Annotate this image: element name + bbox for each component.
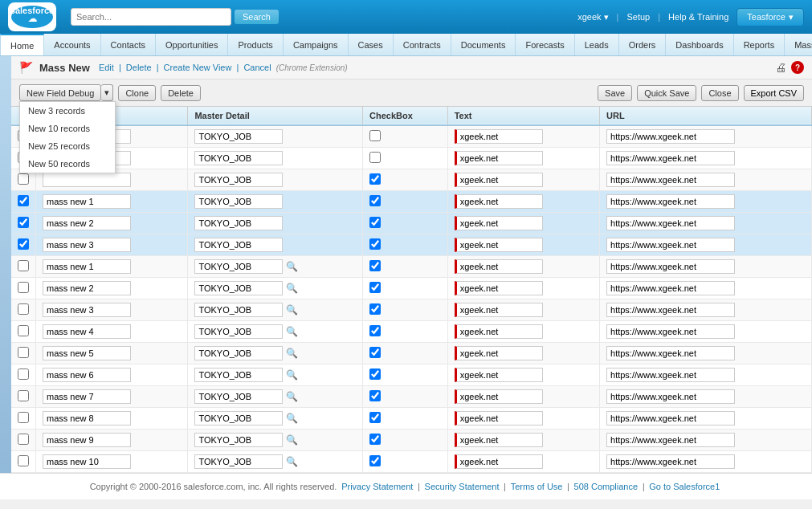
name-input[interactable] <box>43 259 131 274</box>
lookup-icon[interactable]: 🔍 <box>286 348 298 359</box>
lookup-icon[interactable]: 🔍 <box>286 456 298 467</box>
print-icon[interactable]: 🖨 <box>775 61 786 74</box>
name-input[interactable] <box>43 216 131 230</box>
field-checkbox[interactable] <box>369 260 381 271</box>
field-checkbox[interactable] <box>369 238 381 250</box>
field-checkbox[interactable] <box>369 325 381 336</box>
help-circle-icon[interactable]: ? <box>791 61 804 74</box>
nav-leads[interactable]: Leads <box>575 34 619 55</box>
text-input[interactable] <box>455 173 543 187</box>
nav-contracts[interactable]: Contracts <box>394 34 451 55</box>
help-link[interactable]: Help & Training <box>668 12 728 22</box>
row-select-checkbox[interactable] <box>18 390 29 401</box>
text-input[interactable] <box>455 324 543 339</box>
name-input[interactable] <box>43 281 131 295</box>
url-input[interactable] <box>606 238 735 252</box>
text-input[interactable] <box>455 433 543 447</box>
text-input[interactable] <box>455 411 543 426</box>
row-select-checkbox[interactable] <box>18 303 29 315</box>
url-input[interactable] <box>606 324 735 339</box>
quick-save-button[interactable]: Quick Save <box>637 85 696 101</box>
url-input[interactable] <box>606 194 735 209</box>
row-select-checkbox[interactable] <box>18 434 29 445</box>
search-input[interactable] <box>71 8 231 26</box>
lookup-icon[interactable]: 🔍 <box>286 326 298 337</box>
nav-documents[interactable]: Documents <box>451 34 516 55</box>
url-input[interactable] <box>606 346 735 360</box>
footer-salesforce1[interactable]: Go to Salesforce1 <box>649 482 720 491</box>
master-detail-input[interactable] <box>194 368 283 382</box>
nav-reports[interactable]: Reports <box>734 34 785 55</box>
text-input[interactable] <box>455 216 543 230</box>
lookup-icon[interactable]: 🔍 <box>286 261 298 272</box>
nav-home[interactable]: Home <box>0 34 44 55</box>
master-detail-input[interactable] <box>194 389 283 404</box>
field-checkbox[interactable] <box>369 369 381 380</box>
export-csv-button[interactable]: Export CSV <box>744 85 804 101</box>
row-select-checkbox[interactable] <box>18 238 29 250</box>
lookup-icon[interactable]: 🔍 <box>286 413 298 424</box>
footer-508[interactable]: 508 Compliance <box>574 482 639 491</box>
nav-campaigns[interactable]: Campaigns <box>284 34 349 55</box>
field-checkbox[interactable] <box>369 303 381 315</box>
text-input[interactable] <box>455 259 543 274</box>
nav-products[interactable]: Products <box>228 34 283 55</box>
text-input[interactable] <box>455 454 543 469</box>
footer-security[interactable]: Security Statement <box>425 482 500 491</box>
url-input[interactable] <box>606 281 735 295</box>
nav-accounts[interactable]: Accounts <box>44 34 100 55</box>
search-button[interactable]: Search <box>235 10 279 24</box>
close-button[interactable]: Close <box>701 85 738 101</box>
name-input[interactable] <box>43 411 131 426</box>
url-input[interactable] <box>606 454 735 469</box>
name-input[interactable] <box>43 454 131 469</box>
url-input[interactable] <box>606 151 735 165</box>
name-input[interactable] <box>43 389 131 404</box>
lookup-icon[interactable]: 🔍 <box>286 304 298 316</box>
row-select-checkbox[interactable] <box>18 195 29 206</box>
text-input[interactable] <box>455 194 543 209</box>
master-detail-input[interactable] <box>194 151 283 165</box>
master-detail-input[interactable] <box>194 433 283 447</box>
row-select-checkbox[interactable] <box>18 217 29 228</box>
user-link[interactable]: xgeek ▾ <box>577 12 608 22</box>
name-input[interactable] <box>43 346 131 360</box>
new-field-debug-dropdown[interactable]: ▾ <box>101 84 113 101</box>
row-select-checkbox[interactable] <box>18 347 29 358</box>
row-select-checkbox[interactable] <box>18 455 29 466</box>
field-checkbox[interactable] <box>369 282 381 293</box>
url-input[interactable] <box>606 303 735 317</box>
nav-orders[interactable]: Orders <box>619 34 667 55</box>
master-detail-input[interactable] <box>194 216 283 230</box>
field-checkbox[interactable] <box>369 455 381 466</box>
text-input[interactable] <box>455 389 543 404</box>
dropdown-item-3[interactable]: New 3 records <box>20 102 115 120</box>
name-input[interactable] <box>43 194 131 209</box>
app-switcher-button[interactable]: Teasforce ▾ <box>737 8 804 26</box>
name-input[interactable] <box>43 303 131 317</box>
delete-button[interactable]: Delete <box>161 85 201 101</box>
text-input[interactable] <box>455 238 543 252</box>
master-detail-input[interactable] <box>194 259 283 274</box>
row-select-checkbox[interactable] <box>18 282 29 293</box>
field-checkbox[interactable] <box>369 412 381 423</box>
text-input[interactable] <box>455 303 543 317</box>
lookup-icon[interactable]: 🔍 <box>286 283 298 294</box>
master-detail-input[interactable] <box>194 411 283 426</box>
url-input[interactable] <box>606 259 735 274</box>
row-select-checkbox[interactable] <box>18 260 29 271</box>
nav-cases[interactable]: Cases <box>349 34 394 55</box>
master-detail-input[interactable] <box>194 238 283 252</box>
text-input[interactable] <box>455 129 543 144</box>
master-detail-input[interactable] <box>194 324 283 339</box>
master-detail-input[interactable] <box>194 129 283 144</box>
dropdown-item-50[interactable]: New 50 records <box>20 155 115 173</box>
field-checkbox[interactable] <box>369 173 381 185</box>
row-select-checkbox[interactable] <box>18 412 29 423</box>
field-checkbox[interactable] <box>369 434 381 445</box>
clone-button[interactable]: Clone <box>118 85 156 101</box>
field-checkbox[interactable] <box>369 195 381 206</box>
field-checkbox[interactable] <box>369 152 381 163</box>
row-select-checkbox[interactable] <box>18 173 29 185</box>
lookup-icon[interactable]: 🔍 <box>286 369 298 381</box>
